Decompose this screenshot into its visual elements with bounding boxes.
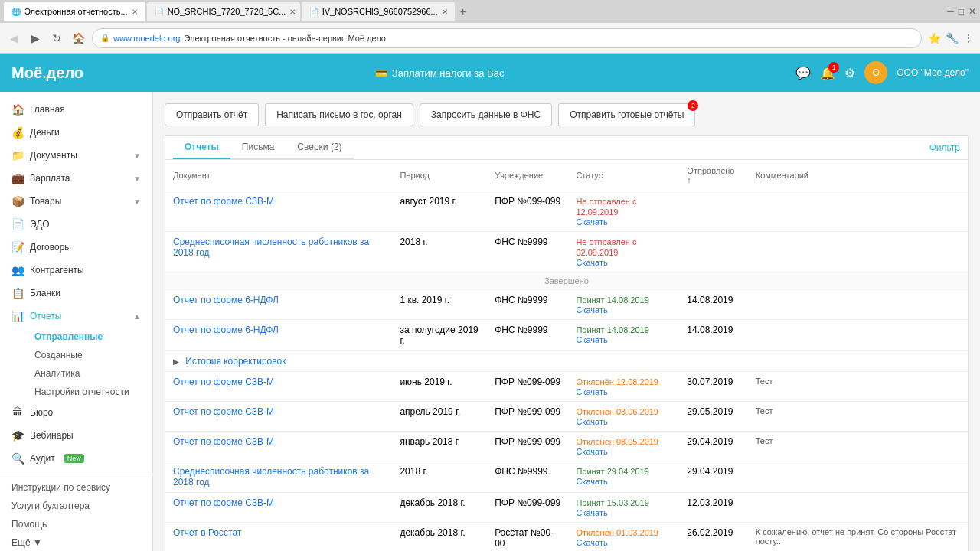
sidebar-sub-sent[interactable]: Отправленные: [27, 328, 152, 346]
cell-institution: ПФР №099-099: [487, 402, 568, 432]
sidebar-link-help[interactable]: Помощь: [0, 515, 152, 533]
download-link[interactable]: Скачать: [576, 217, 671, 227]
write-letter-button[interactable]: Написать письмо в гос. орган: [265, 103, 413, 126]
doc-link[interactable]: Отчет по форме СЗВ-М: [173, 196, 274, 207]
contracts-icon: 📝: [11, 241, 24, 253]
tab-close-2[interactable]: ✕: [289, 8, 296, 16]
new-tab-button[interactable]: +: [456, 5, 470, 18]
tab-close-1[interactable]: ✕: [132, 8, 138, 16]
request-fns-button[interactable]: Запросить данные в ФНС: [420, 103, 552, 126]
blanks-icon: 📋: [11, 287, 24, 299]
tab-close-3[interactable]: ✕: [442, 8, 448, 16]
collapse-arrow-icon[interactable]: ▶: [173, 357, 179, 366]
user-label[interactable]: ООО "Мое дело": [897, 67, 969, 78]
close-icon[interactable]: ✕: [969, 6, 976, 17]
doc-link[interactable]: Отчет по форме 6-НДФЛ: [173, 324, 279, 335]
bookmark-icon[interactable]: ⭐: [928, 32, 941, 44]
cell-institution: Росстат №00-00: [487, 523, 568, 552]
cell-institution: ФНС №9999: [487, 232, 568, 272]
sidebar-item-money[interactable]: 💰 Деньги: [0, 121, 152, 144]
doc-link[interactable]: Отчет по форме 6-НДФЛ: [173, 295, 279, 305]
status-text: Не отправлен с 02.09.2019: [576, 237, 636, 257]
tab-letters[interactable]: Письма: [230, 136, 286, 159]
doc-link[interactable]: Отчет по форме СЗВ-М: [173, 497, 274, 508]
cell-period: январь 2018 г.: [392, 432, 487, 461]
cell-comment: [748, 290, 968, 320]
sidebar-label-blanks: Бланки: [30, 288, 60, 298]
user-avatar[interactable]: О: [864, 61, 887, 84]
download-link[interactable]: Скачать: [576, 335, 671, 344]
doc-link[interactable]: Отчет в Росстат: [173, 527, 241, 538]
cell-sent: 14.08.2019: [679, 290, 747, 320]
notification-badge: 1: [828, 62, 839, 73]
download-link[interactable]: Скачать: [576, 538, 671, 547]
forward-button[interactable]: ▶: [28, 31, 43, 46]
sidebar-link-accountant[interactable]: Услуги бухгалтера: [0, 497, 152, 515]
chat-icon[interactable]: 💬: [795, 66, 811, 80]
home-button[interactable]: 🏠: [70, 31, 86, 46]
audit-new-badge: New: [64, 454, 84, 463]
table-row: Среднесписочная численность работников з…: [165, 232, 968, 272]
sidebar-link-instructions[interactable]: Инструкции по сервису: [0, 478, 152, 497]
table-row: Среднесписочная численность работников з…: [165, 461, 968, 493]
history-link[interactable]: История корректировок: [185, 356, 286, 367]
status-text: Отклонён 01.03.2019: [576, 528, 658, 537]
sidebar-item-blanks[interactable]: 📋 Бланки: [0, 282, 152, 305]
download-link[interactable]: Скачать: [576, 258, 671, 267]
sidebar-item-edo[interactable]: 📄 ЭДО: [0, 213, 152, 236]
sidebar-sub-created[interactable]: Созданные: [27, 346, 152, 364]
sidebar-item-audit[interactable]: 🔍 Аудит New: [0, 447, 152, 470]
filter-link[interactable]: Фильтр: [929, 137, 960, 158]
settings-icon[interactable]: ⋮: [963, 32, 974, 44]
doc-link[interactable]: Отчет по форме СЗВ-М: [173, 377, 274, 387]
sidebar-item-goods[interactable]: 📦 Товары ▼: [0, 190, 152, 213]
doc-link[interactable]: Отчет по форме СЗВ-М: [173, 406, 274, 417]
download-link[interactable]: Скачать: [576, 305, 671, 315]
sidebar-item-bureau[interactable]: 🏛 Бюро: [0, 401, 152, 424]
cell-period: за полугодие 2019 г.: [392, 320, 487, 351]
cell-comment: [748, 493, 968, 523]
browser-tab-1[interactable]: 🌐 Электронная отчетность... ✕: [4, 2, 145, 21]
documents-arrow-icon: ▼: [133, 152, 141, 160]
cell-status: Отклонён 03.06.2019 Скачать: [568, 402, 679, 432]
sidebar-item-reports[interactable]: 📊 Отчеты ▲: [0, 305, 152, 328]
documents-icon: 📁: [11, 149, 24, 161]
download-link[interactable]: Скачать: [576, 508, 671, 517]
download-link[interactable]: Скачать: [576, 477, 671, 486]
sidebar-item-documents[interactable]: 📁 Документы ▼: [0, 144, 152, 167]
sidebar-item-contracts[interactable]: 📝 Договоры: [0, 236, 152, 259]
browser-tab-2[interactable]: 📄 NO_SRCHIS_7720_7720_5С... ✕: [147, 2, 300, 21]
sidebar-item-webinars[interactable]: 🎓 Вебинары: [0, 424, 152, 447]
back-button[interactable]: ◀: [6, 31, 21, 46]
send-report-button[interactable]: Отправить отчёт: [165, 103, 259, 126]
tab-sverki[interactable]: Сверки (2): [286, 136, 353, 159]
tax-promo[interactable]: 💳 Заплатим налоги за Вас: [375, 67, 505, 79]
doc-link[interactable]: Среднесписочная численность работников з…: [173, 466, 369, 487]
cell-status: Принят 14.08.2019 Скачать: [568, 320, 679, 351]
send-ready-reports-button[interactable]: Отправить готовые отчёты 2: [558, 103, 695, 126]
sidebar-link-more[interactable]: Ещё ▼: [0, 533, 152, 551]
settings-gear-icon[interactable]: ⚙: [844, 66, 855, 80]
sidebar-item-counterparties[interactable]: 👥 Контрагенты: [0, 259, 152, 282]
notifications-icon[interactable]: 🔔 1: [820, 66, 835, 80]
download-link[interactable]: Скачать: [576, 417, 671, 426]
minimize-icon[interactable]: ─: [947, 6, 954, 17]
sidebar-item-salary[interactable]: 💼 Зарплата ▼: [0, 167, 152, 190]
sidebar-item-home[interactable]: 🏠 Главная: [0, 98, 152, 121]
cell-doc: Отчет по форме 6-НДФЛ: [165, 320, 392, 351]
cell-comment: Тест: [748, 372, 968, 402]
tab-reports[interactable]: Отчеты: [173, 136, 230, 159]
doc-link[interactable]: Среднесписочная численность работников з…: [173, 236, 369, 258]
browser-tab-3[interactable]: 📄 IV_NOSRCHIS_9660752966... ✕: [302, 2, 455, 21]
action-bar: Отправить отчёт Написать письмо в гос. о…: [165, 103, 969, 126]
reload-button[interactable]: ↻: [49, 31, 64, 46]
download-link[interactable]: Скачать: [576, 447, 671, 456]
doc-link[interactable]: Отчет по форме СЗВ-М: [173, 436, 274, 447]
cell-institution: ПФР №099-099: [487, 493, 568, 523]
sidebar-sub-settings[interactable]: Настройки отчетности: [27, 383, 152, 401]
maximize-icon[interactable]: □: [959, 6, 964, 17]
address-bar[interactable]: 🔒 www.moedelo.org Электронная отчетность…: [92, 28, 922, 48]
sidebar-sub-analytics[interactable]: Аналитика: [27, 364, 152, 383]
extensions-icon[interactable]: 🔧: [946, 32, 959, 44]
download-link[interactable]: Скачать: [576, 387, 671, 396]
